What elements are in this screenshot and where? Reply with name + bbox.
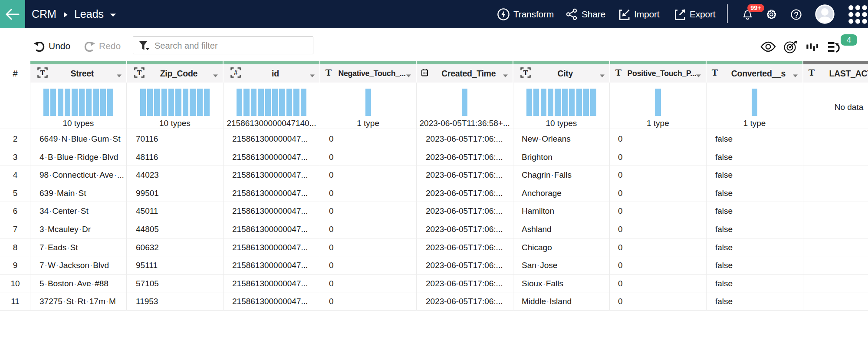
svg-text:T: T (615, 68, 621, 77)
svg-text:T: T (326, 68, 332, 77)
svg-text:T: T (809, 68, 815, 77)
svg-text:T: T (137, 69, 141, 77)
svg-text:T: T (40, 69, 45, 77)
svg-text:T: T (523, 69, 528, 77)
svg-text:T: T (712, 68, 718, 77)
svg-text:#: # (234, 69, 238, 77)
